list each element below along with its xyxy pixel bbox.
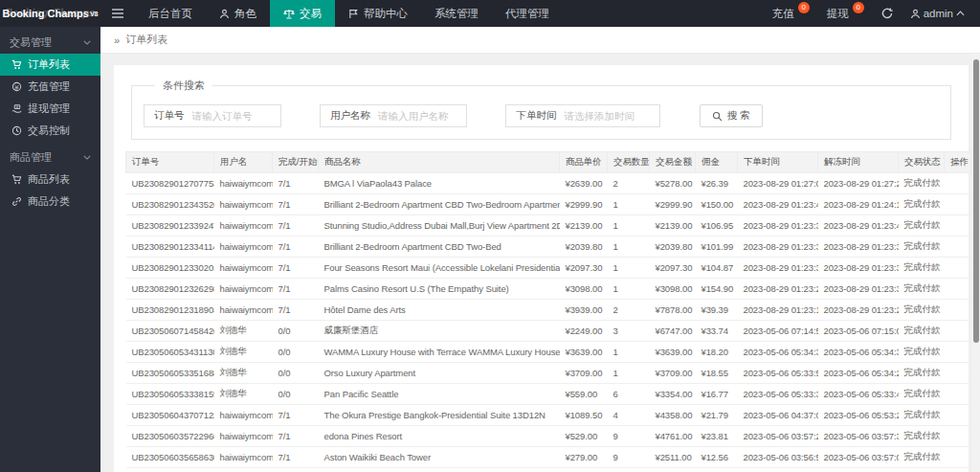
sidebar-section-trade[interactable]: 交易管理 bbox=[0, 31, 100, 54]
cell: 完成付款 bbox=[899, 342, 945, 363]
search-button[interactable]: 搜 索 bbox=[700, 104, 763, 127]
order-no-input[interactable] bbox=[192, 110, 280, 122]
cell: ¥2097.30 bbox=[650, 258, 696, 279]
cell: 完成付款 bbox=[899, 173, 945, 194]
sidebar-item-label: 订单列表 bbox=[28, 57, 70, 72]
cart-icon bbox=[11, 59, 22, 70]
cell: 完成付款 bbox=[899, 194, 945, 215]
withdraw-badge: 0 bbox=[853, 2, 864, 13]
user-menu[interactable]: admin bbox=[910, 8, 965, 19]
username-field-group: 用户名称 bbox=[320, 104, 467, 127]
cell: Four Seasons Resort Maui (Accessible Lok… bbox=[319, 258, 560, 279]
column-header: 解冻时间 bbox=[818, 152, 899, 173]
sidebar-item-recharge[interactable]: 充值管理 bbox=[0, 76, 100, 98]
scrollbar-thumb[interactable] bbox=[973, 59, 979, 343]
cell: 2023-08-29 01:23:22 bbox=[818, 300, 899, 321]
app-logo: Booking Champs Booking ChampsV8 bbox=[0, 0, 100, 27]
table-row: UB2305060714584204刘德华0/0威廉斯堡酒店¥2249.003¥… bbox=[126, 321, 971, 342]
sidebar-item-order-list[interactable]: 订单列表 bbox=[0, 54, 100, 76]
cell: Orso Luxury Apartment bbox=[319, 363, 560, 384]
cell: 7/1 bbox=[273, 300, 319, 321]
sidebar-section-product[interactable]: 商品管理 bbox=[0, 146, 100, 169]
cell: BMGA l ViaPaola43 Palace bbox=[319, 173, 560, 194]
nav-item-system[interactable]: 系统管理 bbox=[421, 0, 492, 27]
cell: Pan Pacific Seattle bbox=[319, 384, 560, 405]
cell: ¥2999.90 bbox=[560, 194, 608, 215]
cell: UB2305060356586301 bbox=[126, 447, 214, 468]
main-content: » 订单列表 条件搜索 订单号 用户名称 下单时间 搜 索 bbox=[100, 27, 980, 472]
cell: ¥16.77 bbox=[696, 384, 738, 405]
section-title: 交易管理 bbox=[10, 35, 52, 50]
cell: Hôtel Dame des Arts bbox=[319, 300, 560, 321]
cell: 2023-05-06 05:33:38 bbox=[738, 384, 818, 405]
gauge-icon bbox=[11, 125, 22, 136]
cell: UB2308290123262985 bbox=[126, 279, 214, 300]
cell: haiwaiymcom bbox=[214, 236, 273, 258]
recharge-link[interactable]: 充值0 bbox=[772, 7, 810, 21]
cell: 2 bbox=[608, 468, 650, 472]
order-time-input[interactable] bbox=[564, 110, 659, 122]
cell: UB2305060714584204 bbox=[126, 321, 214, 342]
cell-actions bbox=[945, 342, 971, 363]
nav-item-home[interactable]: 后台首页 bbox=[135, 0, 206, 27]
user-icon bbox=[910, 9, 921, 19]
nav-item-trade[interactable]: 交易 bbox=[270, 0, 335, 27]
cell: ¥24.89 bbox=[696, 468, 738, 472]
cell: 2023-05-06 03:56:50 bbox=[738, 468, 818, 472]
cell: 2023-05-06 03:56:54 bbox=[818, 468, 899, 472]
cell: 完成付款 bbox=[899, 426, 945, 447]
cell: UB2305060437071221 bbox=[126, 405, 214, 426]
cell: 2023-05-06 03:57:30 bbox=[818, 426, 899, 447]
sidebar-item-product-category[interactable]: 商品分类 bbox=[0, 191, 100, 213]
menu-toggle-icon[interactable] bbox=[100, 0, 135, 27]
cell: ¥26.39 bbox=[696, 173, 738, 194]
sidebar-item-withdraw[interactable]: 提现管理 bbox=[0, 98, 100, 120]
cell: 2023-08-29 01:23:18 bbox=[738, 300, 818, 321]
nav-item-help[interactable]: 帮助中心 bbox=[335, 0, 421, 27]
sidebar-item-product-list[interactable]: 商品列表 bbox=[0, 169, 100, 191]
cell: 刘德华 bbox=[214, 342, 273, 363]
cell: 1 bbox=[608, 279, 650, 300]
cell: ¥2999.90 bbox=[650, 194, 696, 215]
cell: ¥2249.00 bbox=[560, 321, 608, 342]
cell: ¥4358.00 bbox=[650, 405, 696, 426]
sidebar-item-trade-control[interactable]: 交易控制 bbox=[0, 120, 100, 142]
nav-label: 帮助中心 bbox=[364, 7, 408, 21]
cell: 完成付款 bbox=[899, 363, 945, 384]
cell: ¥529.00 bbox=[560, 426, 608, 447]
cell-actions bbox=[945, 321, 971, 342]
cell-actions bbox=[945, 258, 971, 279]
withdraw-link[interactable]: 提现0 bbox=[827, 7, 864, 21]
sidebar: 交易管理 订单列表 充值管理 提现管理 交易控制 商品管理 商品列表 商品分类 bbox=[0, 27, 100, 472]
cell: ¥101.99 bbox=[696, 236, 738, 258]
search-button-label: 搜 索 bbox=[727, 109, 750, 123]
cell-actions bbox=[945, 279, 971, 300]
recharge-badge: 0 bbox=[798, 2, 810, 13]
cell: haiwaiymcom bbox=[214, 258, 273, 279]
username-input[interactable] bbox=[378, 110, 466, 122]
cell: 刘德华 bbox=[214, 363, 273, 384]
cell: 2023-05-06 07:15:02 bbox=[818, 321, 899, 342]
cell: 2023-08-29 01:23:30 bbox=[818, 279, 899, 300]
nav-item-agent[interactable]: 代理管理 bbox=[492, 0, 563, 27]
cell: 完成付款 bbox=[899, 384, 945, 405]
cell: UB2308290123341141 bbox=[126, 236, 214, 258]
cell: ¥7878.00 bbox=[650, 300, 696, 321]
order-no-field-group: 订单号 bbox=[144, 104, 281, 127]
cell: 2023-05-06 07:14:58 bbox=[738, 321, 818, 342]
cell: ¥104.87 bbox=[696, 258, 738, 279]
refresh-icon[interactable] bbox=[881, 8, 893, 19]
cell: 完成付款 bbox=[899, 468, 945, 472]
username-label: 用户名称 bbox=[321, 109, 378, 123]
order-time-label: 下单时间 bbox=[506, 109, 564, 123]
cell: 2023-08-29 01:24:15 bbox=[818, 194, 899, 215]
cell: haiwaiymcom bbox=[214, 468, 273, 472]
sidebar-item-label: 交易控制 bbox=[28, 124, 70, 138]
column-header: 交易数量 bbox=[608, 152, 650, 173]
cell: 0/0 bbox=[273, 342, 319, 363]
cell: Stunning Studio,Address Dubai Mall,Burj … bbox=[319, 215, 560, 236]
cell: ¥3354.00 bbox=[650, 384, 696, 405]
cell: haiwaiymcom bbox=[214, 405, 273, 426]
column-header: 操作 bbox=[945, 152, 971, 173]
nav-item-roles[interactable]: 角色 bbox=[206, 0, 270, 27]
